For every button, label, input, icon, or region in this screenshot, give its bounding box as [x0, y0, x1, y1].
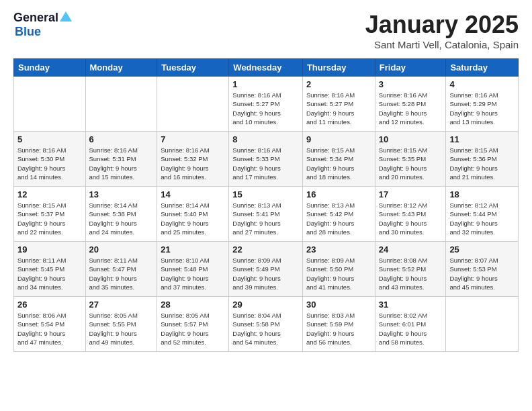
day-number: 10 [379, 134, 443, 144]
day-info: Sunrise: 8:10 AM Sunset: 5:48 PM Dayligh… [161, 256, 225, 291]
header-friday: Friday [375, 59, 446, 77]
table-cell: 30Sunrise: 8:03 AM Sunset: 5:59 PM Dayli… [302, 297, 375, 352]
table-cell: 12Sunrise: 8:15 AM Sunset: 5:37 PM Dayli… [14, 187, 86, 242]
day-info: Sunrise: 8:05 AM Sunset: 5:55 PM Dayligh… [89, 311, 154, 347]
table-cell: 9Sunrise: 8:15 AM Sunset: 5:34 PM Daylig… [302, 132, 375, 187]
header: General Blue January 2025 Sant Marti Vel… [13, 11, 519, 50]
day-number: 21 [161, 244, 225, 255]
day-info: Sunrise: 8:02 AM Sunset: 6:01 PM Dayligh… [379, 311, 443, 347]
logo: General Blue [13, 11, 73, 39]
day-info: Sunrise: 8:16 AM Sunset: 5:30 PM Dayligh… [17, 146, 82, 181]
day-number: 7 [161, 134, 225, 144]
table-cell: 1Sunrise: 8:16 AM Sunset: 5:27 PM Daylig… [229, 77, 303, 132]
table-cell [85, 77, 157, 132]
header-monday: Monday [85, 59, 157, 77]
logo-blue-text: Blue [15, 25, 41, 39]
day-info: Sunrise: 8:13 AM Sunset: 5:42 PM Dayligh… [306, 201, 371, 236]
day-info: Sunrise: 8:09 AM Sunset: 5:50 PM Dayligh… [306, 256, 371, 291]
day-number: 23 [306, 244, 371, 255]
day-number: 9 [306, 134, 371, 144]
day-info: Sunrise: 8:06 AM Sunset: 5:54 PM Dayligh… [17, 311, 82, 347]
day-info: Sunrise: 8:07 AM Sunset: 5:53 PM Dayligh… [449, 256, 515, 291]
table-cell: 31Sunrise: 8:02 AM Sunset: 6:01 PM Dayli… [375, 297, 446, 352]
header-thursday: Thursday [302, 59, 375, 77]
day-info: Sunrise: 8:15 AM Sunset: 5:37 PM Dayligh… [17, 201, 82, 236]
table-cell: 3Sunrise: 8:16 AM Sunset: 5:28 PM Daylig… [375, 77, 446, 132]
week-row-2: 5Sunrise: 8:16 AM Sunset: 5:30 PM Daylig… [14, 132, 519, 187]
table-cell: 24Sunrise: 8:08 AM Sunset: 5:52 PM Dayli… [375, 242, 446, 297]
page: General Blue January 2025 Sant Marti Vel… [0, 0, 532, 411]
day-info: Sunrise: 8:15 AM Sunset: 5:35 PM Dayligh… [379, 146, 443, 181]
week-row-4: 19Sunrise: 8:11 AM Sunset: 5:45 PM Dayli… [14, 242, 519, 297]
day-number: 17 [379, 189, 443, 199]
day-info: Sunrise: 8:16 AM Sunset: 5:31 PM Dayligh… [89, 146, 154, 181]
table-cell: 2Sunrise: 8:16 AM Sunset: 5:27 PM Daylig… [302, 77, 375, 132]
day-number: 4 [449, 79, 515, 89]
header-saturday: Saturday [446, 59, 519, 77]
day-number: 18 [449, 189, 515, 199]
day-number: 5 [17, 134, 82, 144]
day-number: 14 [161, 189, 225, 199]
table-cell: 25Sunrise: 8:07 AM Sunset: 5:53 PM Dayli… [446, 242, 519, 297]
day-number: 12 [17, 189, 82, 199]
table-cell: 4Sunrise: 8:16 AM Sunset: 5:29 PM Daylig… [446, 77, 519, 132]
day-info: Sunrise: 8:16 AM Sunset: 5:33 PM Dayligh… [232, 146, 299, 181]
day-number: 26 [17, 300, 82, 310]
day-info: Sunrise: 8:16 AM Sunset: 5:28 PM Dayligh… [379, 91, 443, 126]
header-tuesday: Tuesday [157, 59, 229, 77]
day-number: 19 [17, 244, 82, 255]
day-info: Sunrise: 8:15 AM Sunset: 5:36 PM Dayligh… [449, 146, 515, 181]
table-cell: 29Sunrise: 8:04 AM Sunset: 5:58 PM Dayli… [229, 297, 303, 352]
table-cell [14, 77, 86, 132]
table-cell [157, 77, 229, 132]
location-subtitle: Sant Marti Vell, Catalonia, Spain [365, 39, 519, 50]
day-info: Sunrise: 8:14 AM Sunset: 5:40 PM Dayligh… [161, 201, 225, 236]
week-row-5: 26Sunrise: 8:06 AM Sunset: 5:54 PM Dayli… [14, 297, 519, 352]
table-cell: 11Sunrise: 8:15 AM Sunset: 5:36 PM Dayli… [446, 132, 519, 187]
day-number: 22 [232, 244, 299, 255]
day-info: Sunrise: 8:11 AM Sunset: 5:47 PM Dayligh… [89, 256, 154, 291]
table-cell: 16Sunrise: 8:13 AM Sunset: 5:42 PM Dayli… [302, 187, 375, 242]
table-cell: 26Sunrise: 8:06 AM Sunset: 5:54 PM Dayli… [14, 297, 86, 352]
logo-general-text: General [13, 11, 58, 25]
day-info: Sunrise: 8:16 AM Sunset: 5:27 PM Dayligh… [306, 91, 371, 126]
day-number: 31 [379, 300, 443, 310]
table-cell: 18Sunrise: 8:12 AM Sunset: 5:44 PM Dayli… [446, 187, 519, 242]
header-sunday: Sunday [14, 59, 86, 77]
day-info: Sunrise: 8:12 AM Sunset: 5:43 PM Dayligh… [379, 201, 443, 236]
table-cell: 6Sunrise: 8:16 AM Sunset: 5:31 PM Daylig… [85, 132, 157, 187]
calendar-table: Sunday Monday Tuesday Wednesday Thursday… [13, 58, 519, 352]
day-number: 15 [232, 189, 299, 199]
day-info: Sunrise: 8:16 AM Sunset: 5:27 PM Dayligh… [232, 91, 299, 126]
table-cell: 8Sunrise: 8:16 AM Sunset: 5:33 PM Daylig… [229, 132, 303, 187]
day-number: 3 [379, 79, 443, 89]
table-cell: 15Sunrise: 8:13 AM Sunset: 5:41 PM Dayli… [229, 187, 303, 242]
table-cell: 22Sunrise: 8:09 AM Sunset: 5:49 PM Dayli… [229, 242, 303, 297]
table-cell: 19Sunrise: 8:11 AM Sunset: 5:45 PM Dayli… [14, 242, 86, 297]
week-row-3: 12Sunrise: 8:15 AM Sunset: 5:37 PM Dayli… [14, 187, 519, 242]
day-info: Sunrise: 8:12 AM Sunset: 5:44 PM Dayligh… [449, 201, 515, 236]
calendar-header-row: Sunday Monday Tuesday Wednesday Thursday… [14, 59, 519, 77]
table-cell: 23Sunrise: 8:09 AM Sunset: 5:50 PM Dayli… [302, 242, 375, 297]
day-number: 8 [232, 134, 299, 144]
day-info: Sunrise: 8:16 AM Sunset: 5:29 PM Dayligh… [449, 91, 515, 126]
title-block: January 2025 Sant Marti Vell, Catalonia,… [365, 11, 519, 50]
day-number: 24 [379, 244, 443, 255]
day-number: 20 [89, 244, 154, 255]
day-number: 28 [161, 300, 225, 310]
month-title: January 2025 [365, 11, 519, 39]
table-cell: 20Sunrise: 8:11 AM Sunset: 5:47 PM Dayli… [85, 242, 157, 297]
table-cell: 13Sunrise: 8:14 AM Sunset: 5:38 PM Dayli… [85, 187, 157, 242]
day-number: 1 [232, 79, 299, 89]
table-cell: 7Sunrise: 8:16 AM Sunset: 5:32 PM Daylig… [157, 132, 229, 187]
day-number: 16 [306, 189, 371, 199]
table-cell: 28Sunrise: 8:05 AM Sunset: 5:57 PM Dayli… [157, 297, 229, 352]
day-info: Sunrise: 8:05 AM Sunset: 5:57 PM Dayligh… [161, 311, 225, 347]
day-info: Sunrise: 8:14 AM Sunset: 5:38 PM Dayligh… [89, 201, 154, 236]
day-info: Sunrise: 8:11 AM Sunset: 5:45 PM Dayligh… [17, 256, 82, 291]
day-number: 25 [449, 244, 515, 255]
table-cell: 14Sunrise: 8:14 AM Sunset: 5:40 PM Dayli… [157, 187, 229, 242]
day-number: 29 [232, 300, 299, 310]
day-info: Sunrise: 8:03 AM Sunset: 5:59 PM Dayligh… [306, 311, 371, 347]
day-info: Sunrise: 8:13 AM Sunset: 5:41 PM Dayligh… [232, 201, 299, 236]
